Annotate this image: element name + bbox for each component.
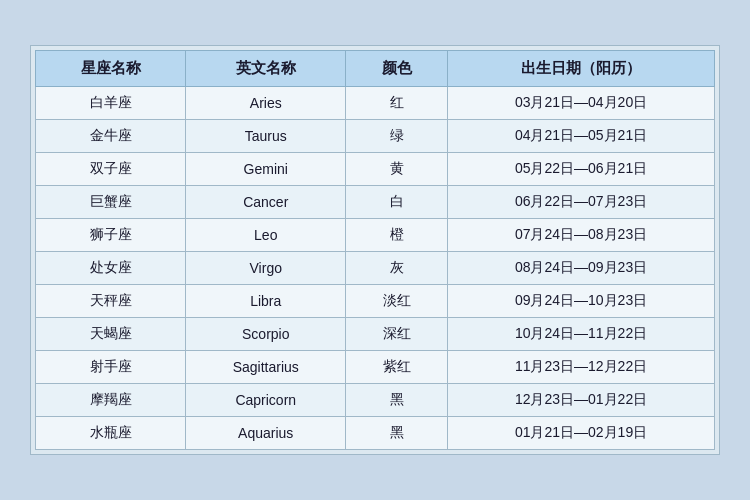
cell-color: 紫红 — [346, 351, 448, 384]
table-row: 水瓶座Aquarius黑01月21日—02月19日 — [36, 417, 715, 450]
table-row: 摩羯座Capricorn黑12月23日—01月22日 — [36, 384, 715, 417]
cell-english-name: Virgo — [186, 252, 346, 285]
cell-dates: 11月23日—12月22日 — [448, 351, 715, 384]
cell-dates: 05月22日—06月21日 — [448, 153, 715, 186]
cell-chinese-name: 双子座 — [36, 153, 186, 186]
cell-dates: 12月23日—01月22日 — [448, 384, 715, 417]
table-row: 白羊座Aries红03月21日—04月20日 — [36, 87, 715, 120]
table-row: 天秤座Libra淡红09月24日—10月23日 — [36, 285, 715, 318]
cell-color: 黄 — [346, 153, 448, 186]
table-row: 金牛座Taurus绿04月21日—05月21日 — [36, 120, 715, 153]
zodiac-table-container: 星座名称 英文名称 颜色 出生日期（阳历） 白羊座Aries红03月21日—04… — [30, 45, 720, 455]
cell-chinese-name: 天秤座 — [36, 285, 186, 318]
zodiac-table: 星座名称 英文名称 颜色 出生日期（阳历） 白羊座Aries红03月21日—04… — [35, 50, 715, 450]
cell-color: 白 — [346, 186, 448, 219]
cell-english-name: Sagittarius — [186, 351, 346, 384]
cell-color: 淡红 — [346, 285, 448, 318]
cell-english-name: Capricorn — [186, 384, 346, 417]
header-color: 颜色 — [346, 51, 448, 87]
cell-chinese-name: 巨蟹座 — [36, 186, 186, 219]
table-row: 双子座Gemini黄05月22日—06月21日 — [36, 153, 715, 186]
table-row: 狮子座Leo橙07月24日—08月23日 — [36, 219, 715, 252]
header-dates: 出生日期（阳历） — [448, 51, 715, 87]
table-row: 天蝎座Scorpio深红10月24日—11月22日 — [36, 318, 715, 351]
cell-dates: 04月21日—05月21日 — [448, 120, 715, 153]
cell-chinese-name: 白羊座 — [36, 87, 186, 120]
cell-chinese-name: 射手座 — [36, 351, 186, 384]
cell-color: 红 — [346, 87, 448, 120]
cell-english-name: Scorpio — [186, 318, 346, 351]
cell-color: 橙 — [346, 219, 448, 252]
cell-english-name: Aries — [186, 87, 346, 120]
cell-dates: 08月24日—09月23日 — [448, 252, 715, 285]
table-row: 射手座Sagittarius紫红11月23日—12月22日 — [36, 351, 715, 384]
cell-color: 绿 — [346, 120, 448, 153]
cell-dates: 01月21日—02月19日 — [448, 417, 715, 450]
cell-chinese-name: 金牛座 — [36, 120, 186, 153]
cell-chinese-name: 处女座 — [36, 252, 186, 285]
table-row: 巨蟹座Cancer白06月22日—07月23日 — [36, 186, 715, 219]
cell-dates: 03月21日—04月20日 — [448, 87, 715, 120]
cell-chinese-name: 摩羯座 — [36, 384, 186, 417]
cell-english-name: Aquarius — [186, 417, 346, 450]
cell-dates: 10月24日—11月22日 — [448, 318, 715, 351]
header-english-name: 英文名称 — [186, 51, 346, 87]
cell-color: 黑 — [346, 417, 448, 450]
cell-chinese-name: 狮子座 — [36, 219, 186, 252]
cell-chinese-name: 天蝎座 — [36, 318, 186, 351]
cell-dates: 06月22日—07月23日 — [448, 186, 715, 219]
cell-dates: 07月24日—08月23日 — [448, 219, 715, 252]
cell-english-name: Leo — [186, 219, 346, 252]
cell-chinese-name: 水瓶座 — [36, 417, 186, 450]
table-row: 处女座Virgo灰08月24日—09月23日 — [36, 252, 715, 285]
cell-english-name: Taurus — [186, 120, 346, 153]
cell-dates: 09月24日—10月23日 — [448, 285, 715, 318]
table-header-row: 星座名称 英文名称 颜色 出生日期（阳历） — [36, 51, 715, 87]
cell-color: 深红 — [346, 318, 448, 351]
cell-english-name: Gemini — [186, 153, 346, 186]
cell-color: 灰 — [346, 252, 448, 285]
header-chinese-name: 星座名称 — [36, 51, 186, 87]
cell-color: 黑 — [346, 384, 448, 417]
cell-english-name: Cancer — [186, 186, 346, 219]
cell-english-name: Libra — [186, 285, 346, 318]
